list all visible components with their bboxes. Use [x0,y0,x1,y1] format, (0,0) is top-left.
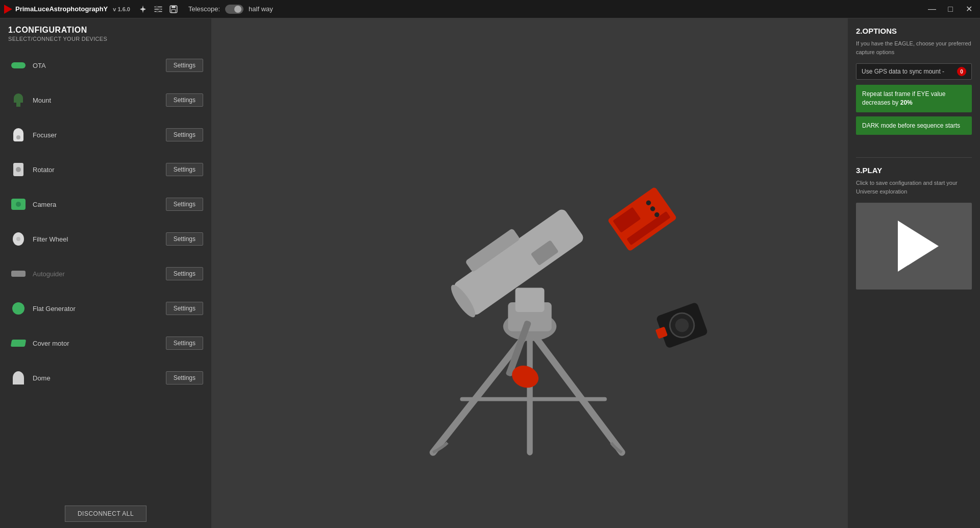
device-list: OTA Settings Mount Settings Focuser Sett… [0,46,211,499]
play-section-title: 3.PLAY [856,166,972,175]
focuser-settings-button[interactable]: Settings [166,128,203,141]
dome-icon [8,371,29,385]
covermotor-settings-button[interactable]: Settings [166,337,203,350]
device-name-covermotor: Cover motor [29,340,166,347]
repeat-frame-value: 20% [900,99,913,106]
app-name: PrimaLuceAstrophotographY [15,5,108,13]
svg-line-9 [433,336,525,452]
options-title: 2.OPTIONS [856,27,972,35]
left-panel-header: 1.CONFIGURATION SELECT/CONNECT YOUR DEVI… [0,18,211,46]
mount-settings-button[interactable]: Settings [166,93,203,107]
app-brand: PrimaLuceAstrophotographY v 1.6.0 [4,5,130,14]
mount-icon [8,93,29,107]
title-bar: PrimaLuceAstrophotographY v 1.6.0 Telesc… [0,0,980,18]
list-item: Filter Wheel Settings [0,222,211,256]
device-name-focuser: Focuser [29,131,166,139]
repeat-frame-button[interactable]: Repeat last frame if EYE value decreases… [856,85,972,112]
play-section: 3.PLAY Click to save configuration and s… [856,166,972,290]
telescope-illustration [336,84,724,462]
right-panel: 2.OPTIONS If you have the EAGLE, choose … [847,18,980,528]
close-button[interactable]: ✕ [962,2,976,16]
device-name-mount: Mount [29,97,166,104]
svg-point-3 [156,6,158,8]
device-name-rotator: Rotator [29,166,166,174]
options-section: 2.OPTIONS If you have the EAGLE, choose … [856,27,972,139]
list-item: Flat Generator Settings [0,291,211,326]
list-item: OTA Settings [0,48,211,83]
camera-icon [8,199,29,210]
focuser-icon [8,128,29,141]
dark-mode-button[interactable]: DARK mode before sequence starts [856,116,972,135]
list-item: Dome Settings [0,361,211,395]
svg-point-5 [156,10,159,13]
flatgenerator-settings-button[interactable]: Settings [166,302,203,315]
configuration-title: 1.CONFIGURATION [8,26,203,35]
app-version: v 1.6.0 [113,6,130,12]
telescope-section: Telescope: half way [188,5,273,14]
telescope-status: half way [249,5,273,13]
svg-line-10 [534,336,622,452]
list-item: Autoguider Settings [0,256,211,291]
gps-dropdown[interactable]: Use GPS data to sync mount - 0 [856,63,972,80]
play-start-button[interactable] [856,203,972,290]
telescope-label: Telescope: [188,5,220,13]
gps-badge: 0 [957,67,966,76]
flatgenerator-icon [8,302,29,315]
left-panel: 1.CONFIGURATION SELECT/CONNECT YOUR DEVI… [0,18,212,528]
gps-dropdown-label: Use GPS data to sync mount - [862,68,944,75]
ota-settings-button[interactable]: Settings [166,59,203,72]
maximize-button[interactable]: □ [943,2,958,16]
list-item: Focuser Settings [0,117,211,152]
play-section-description: Click to save configuration and start yo… [856,179,972,196]
filterwheel-icon [8,232,29,246]
list-item: Mount Settings [0,83,211,117]
sliders-icon[interactable] [154,5,163,14]
list-item: Cover motor Settings [0,326,211,361]
telescope-toggle[interactable] [225,5,243,14]
device-name-flatgenerator: Flat Generator [29,305,166,313]
device-name-camera: Camera [29,201,166,208]
filterwheel-settings-button[interactable]: Settings [166,232,203,246]
play-chevron-icon [898,221,939,272]
list-item: Camera Settings [0,187,211,222]
autoguider-settings-button[interactable]: Settings [166,267,203,280]
save-icon[interactable] [169,5,178,14]
main-layout: 1.CONFIGURATION SELECT/CONNECT YOUR DEVI… [0,18,980,528]
device-name-autoguider: Autoguider [29,270,166,278]
section-divider [856,157,972,158]
star-icon[interactable] [138,5,148,14]
dome-settings-button[interactable]: Settings [166,371,203,385]
autoguider-icon [8,271,29,277]
title-toolbar-icons [138,5,178,14]
play-brand-icon [4,5,12,14]
device-name-filterwheel: Filter Wheel [29,235,166,243]
ota-icon [8,62,29,68]
minimize-button[interactable]: — [925,2,939,16]
svg-rect-7 [172,6,176,8]
window-controls: — □ ✕ [925,2,976,16]
list-item: Rotator Settings [0,152,211,187]
disconnect-all-button[interactable]: DISCONNECT ALL [65,506,146,522]
center-panel [212,18,847,528]
device-name-ota: OTA [29,62,166,69]
configuration-subtitle: SELECT/CONNECT YOUR DEVICES [8,36,203,42]
options-description: If you have the EAGLE, choose your prefe… [856,39,972,56]
covermotor-icon [8,340,29,347]
rotator-icon [8,163,29,176]
svg-rect-17 [515,287,544,311]
device-name-dome: Dome [29,374,166,382]
svg-point-4 [159,8,161,10]
camera-settings-button[interactable]: Settings [166,198,203,211]
svg-rect-8 [172,9,176,12]
rotator-settings-button[interactable]: Settings [166,163,203,176]
